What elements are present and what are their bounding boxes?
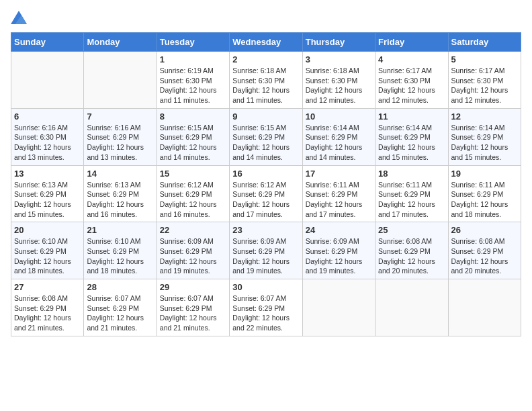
day-number: 28	[87, 282, 153, 292]
day-number: 29	[160, 282, 226, 292]
calendar-cell: 24Sunrise: 6:09 AM Sunset: 6:29 PM Dayli…	[302, 222, 375, 279]
day-info: Sunrise: 6:10 AM Sunset: 6:29 PM Dayligh…	[87, 236, 153, 276]
day-info: Sunrise: 6:18 AM Sunset: 6:30 PM Dayligh…	[232, 66, 299, 105]
calendar-cell: 11Sunrise: 6:14 AM Sunset: 6:29 PM Dayli…	[375, 108, 448, 165]
calendar-cell: 14Sunrise: 6:13 AM Sunset: 6:29 PM Dayli…	[84, 165, 157, 222]
day-number: 27	[14, 282, 81, 292]
day-number: 16	[232, 169, 299, 179]
day-info: Sunrise: 6:11 AM Sunset: 6:29 PM Dayligh…	[378, 180, 445, 220]
calendar-cell: 29Sunrise: 6:07 AM Sunset: 6:29 PM Dayli…	[157, 279, 229, 336]
day-info: Sunrise: 6:10 AM Sunset: 6:29 PM Dayligh…	[14, 236, 81, 276]
calendar-cell	[448, 279, 521, 336]
calendar-cell	[302, 279, 375, 336]
day-info: Sunrise: 6:14 AM Sunset: 6:29 PM Dayligh…	[451, 123, 518, 163]
calendar-cell: 4Sunrise: 6:17 AM Sunset: 6:30 PM Daylig…	[375, 52, 448, 109]
day-info: Sunrise: 6:11 AM Sunset: 6:29 PM Dayligh…	[306, 180, 372, 220]
calendar-header-row: SundayMondayTuesdayWednesdayThursdayFrid…	[11, 33, 521, 52]
day-info: Sunrise: 6:14 AM Sunset: 6:29 PM Dayligh…	[306, 123, 372, 163]
day-info: Sunrise: 6:16 AM Sunset: 6:30 PM Dayligh…	[14, 123, 81, 163]
day-info: Sunrise: 6:12 AM Sunset: 6:29 PM Dayligh…	[160, 180, 226, 220]
day-number: 23	[232, 225, 299, 235]
calendar-cell: 5Sunrise: 6:17 AM Sunset: 6:30 PM Daylig…	[448, 52, 521, 109]
calendar-cell: 12Sunrise: 6:14 AM Sunset: 6:29 PM Dayli…	[448, 108, 521, 165]
day-number: 7	[87, 111, 153, 122]
day-number: 1	[160, 54, 226, 64]
calendar-cell: 15Sunrise: 6:12 AM Sunset: 6:29 PM Dayli…	[157, 165, 229, 222]
calendar-cell: 22Sunrise: 6:09 AM Sunset: 6:29 PM Dayli…	[157, 222, 229, 279]
calendar-cell: 9Sunrise: 6:15 AM Sunset: 6:29 PM Daylig…	[230, 108, 302, 165]
calendar-cell	[84, 52, 157, 109]
logo	[11, 11, 30, 24]
calendar-week-row: 27Sunrise: 6:08 AM Sunset: 6:29 PM Dayli…	[11, 279, 521, 336]
calendar-cell	[11, 52, 84, 109]
calendar-cell: 17Sunrise: 6:11 AM Sunset: 6:29 PM Dayli…	[302, 165, 375, 222]
day-number: 22	[160, 225, 226, 235]
day-number: 18	[378, 169, 445, 179]
day-number: 24	[306, 225, 372, 235]
calendar-cell: 19Sunrise: 6:11 AM Sunset: 6:29 PM Dayli…	[448, 165, 521, 222]
day-info: Sunrise: 6:08 AM Sunset: 6:29 PM Dayligh…	[378, 236, 445, 276]
day-info: Sunrise: 6:08 AM Sunset: 6:29 PM Dayligh…	[451, 236, 518, 276]
day-info: Sunrise: 6:15 AM Sunset: 6:29 PM Dayligh…	[232, 123, 299, 163]
day-number: 15	[160, 169, 226, 179]
day-number: 13	[14, 169, 81, 179]
day-number: 25	[378, 225, 445, 235]
day-number: 17	[306, 169, 372, 179]
calendar-cell: 6Sunrise: 6:16 AM Sunset: 6:30 PM Daylig…	[11, 108, 84, 165]
calendar-week-row: 20Sunrise: 6:10 AM Sunset: 6:29 PM Dayli…	[11, 222, 521, 279]
day-header-thursday: Thursday	[302, 33, 375, 52]
calendar-cell: 26Sunrise: 6:08 AM Sunset: 6:29 PM Dayli…	[448, 222, 521, 279]
day-info: Sunrise: 6:09 AM Sunset: 6:29 PM Dayligh…	[160, 236, 226, 276]
day-number: 3	[306, 54, 372, 64]
day-number: 12	[451, 111, 518, 122]
logo-icon	[11, 11, 27, 24]
calendar-cell: 13Sunrise: 6:13 AM Sunset: 6:29 PM Dayli…	[11, 165, 84, 222]
calendar-week-row: 6Sunrise: 6:16 AM Sunset: 6:30 PM Daylig…	[11, 108, 521, 165]
day-number: 30	[232, 282, 299, 292]
calendar-table: SundayMondayTuesdayWednesdayThursdayFrid…	[11, 32, 521, 336]
day-info: Sunrise: 6:16 AM Sunset: 6:29 PM Dayligh…	[87, 123, 153, 163]
day-number: 8	[160, 111, 226, 122]
day-header-tuesday: Tuesday	[157, 33, 229, 52]
day-info: Sunrise: 6:07 AM Sunset: 6:29 PM Dayligh…	[160, 293, 226, 333]
day-number: 5	[451, 54, 518, 64]
calendar-cell: 1Sunrise: 6:19 AM Sunset: 6:30 PM Daylig…	[157, 52, 229, 109]
day-number: 4	[378, 54, 445, 64]
calendar-cell: 30Sunrise: 6:07 AM Sunset: 6:29 PM Dayli…	[230, 279, 302, 336]
calendar-cell: 16Sunrise: 6:12 AM Sunset: 6:29 PM Dayli…	[230, 165, 302, 222]
day-info: Sunrise: 6:14 AM Sunset: 6:29 PM Dayligh…	[378, 123, 445, 163]
day-header-friday: Friday	[375, 33, 448, 52]
day-info: Sunrise: 6:17 AM Sunset: 6:30 PM Dayligh…	[378, 66, 445, 105]
page-header	[11, 11, 521, 24]
day-number: 2	[232, 54, 299, 64]
calendar-cell: 25Sunrise: 6:08 AM Sunset: 6:29 PM Dayli…	[375, 222, 448, 279]
day-number: 26	[451, 225, 518, 235]
day-info: Sunrise: 6:15 AM Sunset: 6:29 PM Dayligh…	[160, 123, 226, 163]
calendar-cell: 10Sunrise: 6:14 AM Sunset: 6:29 PM Dayli…	[302, 108, 375, 165]
calendar-cell: 21Sunrise: 6:10 AM Sunset: 6:29 PM Dayli…	[84, 222, 157, 279]
day-info: Sunrise: 6:13 AM Sunset: 6:29 PM Dayligh…	[14, 180, 81, 220]
day-header-monday: Monday	[84, 33, 157, 52]
calendar-cell: 18Sunrise: 6:11 AM Sunset: 6:29 PM Dayli…	[375, 165, 448, 222]
day-info: Sunrise: 6:09 AM Sunset: 6:29 PM Dayligh…	[232, 236, 299, 276]
day-info: Sunrise: 6:19 AM Sunset: 6:30 PM Dayligh…	[160, 66, 226, 105]
day-info: Sunrise: 6:07 AM Sunset: 6:29 PM Dayligh…	[87, 293, 153, 333]
calendar-week-row: 13Sunrise: 6:13 AM Sunset: 6:29 PM Dayli…	[11, 165, 521, 222]
day-number: 21	[87, 225, 153, 235]
day-info: Sunrise: 6:07 AM Sunset: 6:29 PM Dayligh…	[232, 293, 299, 333]
calendar-cell: 28Sunrise: 6:07 AM Sunset: 6:29 PM Dayli…	[84, 279, 157, 336]
day-info: Sunrise: 6:12 AM Sunset: 6:29 PM Dayligh…	[232, 180, 299, 220]
calendar-cell: 27Sunrise: 6:08 AM Sunset: 6:29 PM Dayli…	[11, 279, 84, 336]
day-number: 10	[306, 111, 372, 122]
calendar-cell: 8Sunrise: 6:15 AM Sunset: 6:29 PM Daylig…	[157, 108, 229, 165]
calendar-cell: 7Sunrise: 6:16 AM Sunset: 6:29 PM Daylig…	[84, 108, 157, 165]
day-info: Sunrise: 6:18 AM Sunset: 6:30 PM Dayligh…	[306, 66, 372, 105]
day-number: 14	[87, 169, 153, 179]
day-info: Sunrise: 6:08 AM Sunset: 6:29 PM Dayligh…	[14, 293, 81, 333]
calendar-cell: 23Sunrise: 6:09 AM Sunset: 6:29 PM Dayli…	[230, 222, 302, 279]
day-info: Sunrise: 6:09 AM Sunset: 6:29 PM Dayligh…	[306, 236, 372, 276]
day-info: Sunrise: 6:13 AM Sunset: 6:29 PM Dayligh…	[87, 180, 153, 220]
day-info: Sunrise: 6:17 AM Sunset: 6:30 PM Dayligh…	[451, 66, 518, 105]
calendar-cell: 2Sunrise: 6:18 AM Sunset: 6:30 PM Daylig…	[230, 52, 302, 109]
day-number: 20	[14, 225, 81, 235]
